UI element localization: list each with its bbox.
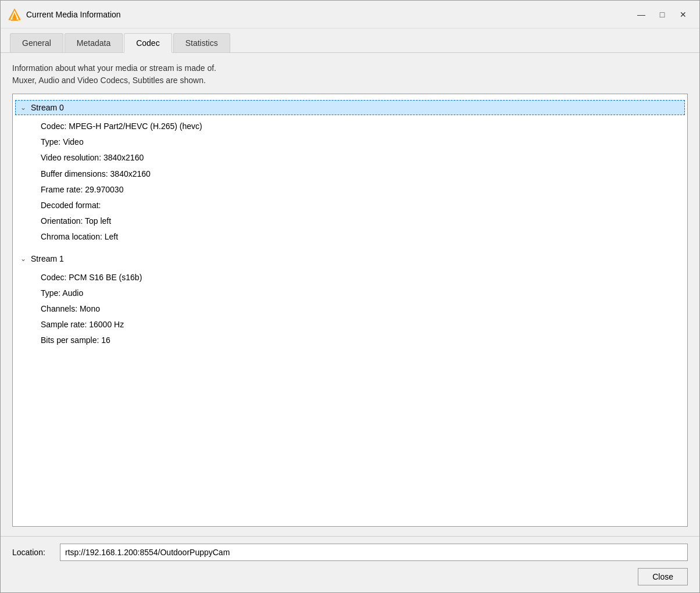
window-close-button[interactable]: ✕ — [674, 8, 692, 22]
stream0-detail-1: Type: Video — [41, 134, 687, 150]
minimize-button[interactable]: — — [632, 8, 651, 22]
stream1-details: Codec: PCM S16 BE (s16b) Type: Audio Cha… — [13, 267, 687, 353]
stream1-detail-1: Type: Audio — [41, 285, 687, 301]
location-row: Location: — [12, 544, 688, 561]
close-button[interactable]: Close — [638, 568, 688, 585]
footer: Location: Close — [1, 536, 699, 592]
main-window: Current Media Information — □ ✕ General … — [0, 0, 700, 593]
button-row: Close — [12, 568, 688, 585]
chevron-down-icon-1: ⌄ — [20, 255, 26, 263]
chevron-down-icon: ⌄ — [20, 103, 26, 112]
stream0-detail-4: Frame rate: 29.970030 — [41, 182, 687, 198]
stream0-detail-6: Orientation: Top left — [41, 213, 687, 229]
stream0-detail-5: Decoded format: — [41, 198, 687, 213]
stream1-detail-2: Channels: Mono — [41, 301, 687, 317]
tab-statistics[interactable]: Statistics — [173, 33, 230, 52]
stream1-detail-3: Sample rate: 16000 Hz — [41, 317, 687, 333]
stream1-label: Stream 1 — [31, 254, 64, 263]
description-line1: Information about what your media or str… — [12, 62, 688, 74]
content-area: Information about what your media or str… — [1, 53, 699, 536]
description: Information about what your media or str… — [12, 62, 688, 87]
tab-general[interactable]: General — [10, 33, 63, 52]
svg-rect-3 — [12, 19, 16, 20]
tab-metadata[interactable]: Metadata — [65, 33, 123, 52]
stream1-detail-4: Bits per sample: 16 — [41, 333, 687, 348]
stream0-label: Stream 0 — [31, 103, 64, 112]
stream1-header[interactable]: ⌄ Stream 1 — [15, 251, 685, 266]
stream0-detail-3: Buffer dimensions: 3840x2160 — [41, 166, 687, 182]
stream0-detail-7: Chroma location: Left — [41, 229, 687, 245]
stream0-detail-0: Codec: MPEG-H Part2/HEVC (H.265) (hevc) — [41, 119, 687, 134]
maximize-button[interactable]: □ — [653, 8, 672, 22]
location-label: Location: — [12, 548, 53, 557]
stream1-detail-0: Codec: PCM S16 BE (s16b) — [41, 270, 687, 285]
window-title: Current Media Information — [26, 10, 632, 19]
location-input[interactable] — [60, 544, 688, 561]
tab-codec[interactable]: Codec — [124, 33, 172, 53]
vlc-icon — [8, 8, 22, 22]
stream0-detail-2: Video resolution: 3840x2160 — [41, 150, 687, 166]
description-line2: Muxer, Audio and Video Codecs, Subtitles… — [12, 74, 688, 87]
stream-container[interactable]: ⌄ Stream 0 Codec: MPEG-H Part2/HEVC (H.2… — [12, 94, 688, 527]
titlebar: Current Media Information — □ ✕ — [1, 1, 699, 28]
stream0-header[interactable]: ⌄ Stream 0 — [15, 100, 685, 115]
window-controls: — □ ✕ — [632, 8, 692, 22]
stream0-details: Codec: MPEG-H Part2/HEVC (H.265) (hevc) … — [13, 116, 687, 250]
svg-rect-4 — [11, 20, 18, 21]
tabs-bar: General Metadata Codec Statistics — [1, 28, 699, 53]
